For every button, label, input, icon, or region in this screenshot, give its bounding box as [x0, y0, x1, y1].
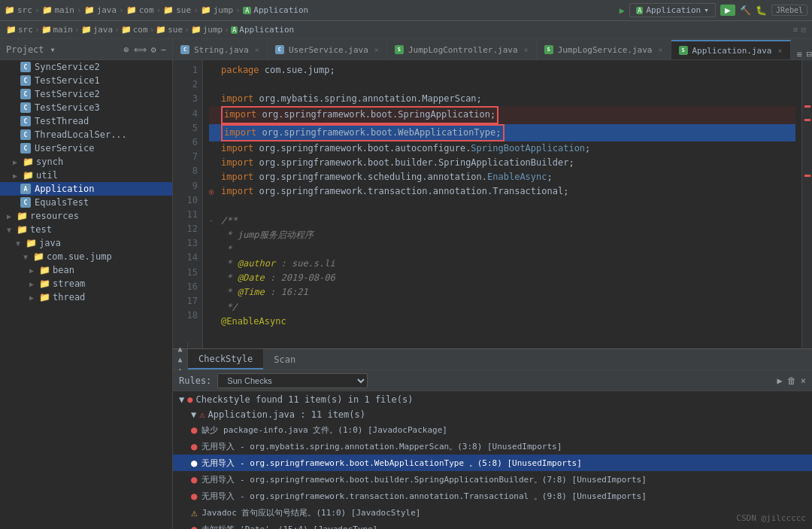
tab-string-label: String.java: [194, 45, 249, 55]
resources-label: resources: [30, 211, 79, 221]
tree-item-equalstest[interactable]: C EqualsTest: [0, 196, 172, 209]
tab-controller-close-icon[interactable]: ×: [524, 46, 529, 54]
code-line-15: * @Date : 2019-08-06: [209, 271, 795, 285]
tree-item-testservice3[interactable]: C TestService3: [0, 101, 172, 114]
tab-string-close-icon[interactable]: ×: [255, 46, 259, 54]
code-line-11: - /**: [209, 214, 795, 228]
tab-jumplogcontroller-java[interactable]: S JumpLogController.java ×: [387, 40, 537, 59]
bottom-left-tool-2[interactable]: ▲: [177, 355, 182, 363]
tree-item-bean[interactable]: ▶ 📁 bean: [0, 263, 172, 277]
gutter-error-4: [804, 105, 810, 108]
tree-item-resources[interactable]: ▶ 📁 resources: [0, 209, 172, 223]
sidebar-filter-icon[interactable]: ⟺: [134, 44, 147, 55]
tree-item-testservice1[interactable]: C TestService1: [0, 74, 172, 87]
checkstyle-clear-icon[interactable]: 🗑: [787, 375, 796, 386]
tab-app-label: Application.java: [692, 46, 772, 56]
code-line-17: */: [209, 300, 795, 315]
code-editor[interactable]: package com.sue.jump; import org.mybatis…: [203, 60, 801, 348]
tab-string-java[interactable]: C String.java ×: [173, 40, 268, 59]
bc-editor-sue-l: sue: [168, 25, 183, 35]
issue-item-1[interactable]: ● 缺少 package-info.java 文件。(1:0) [Javadoc…: [173, 421, 812, 438]
bottom-left-tool-1[interactable]: ▲: [177, 345, 182, 353]
summary-icon: ●: [187, 394, 192, 405]
tree-item-syncservice2[interactable]: C SyncService2: [0, 60, 172, 74]
sidebar-settings-icon[interactable]: ⚙: [151, 44, 156, 55]
sidebar-minimize-icon[interactable]: −: [161, 44, 166, 55]
sidebar: Project ▾ ⊕ ⟺ ⚙ − C SyncService2 C TestS…: [0, 39, 173, 529]
tab-userservice-close-icon[interactable]: ×: [374, 46, 379, 54]
tree-item-thread[interactable]: ▶ 📁 thread: [0, 290, 172, 304]
resources-arrow-icon: ▶: [7, 212, 14, 220]
tab-userservice-java[interactable]: C UserService.java ×: [268, 40, 387, 59]
checkstyle-run-icon[interactable]: ▶: [777, 375, 783, 386]
code-line-10: [209, 199, 795, 214]
sidebar-add-icon[interactable]: ⊕: [123, 44, 129, 55]
debug-icon[interactable]: 🐛: [756, 5, 767, 16]
tree-item-synch[interactable]: ▶ 📁 synch: [0, 155, 172, 169]
rules-select[interactable]: Sun Checks: [217, 373, 368, 388]
issue-item-5[interactable]: ● 无用导入 - org.springframework.transaction…: [173, 488, 812, 504]
tab-jumplogservice-java[interactable]: S JumpLogService.java ×: [537, 40, 671, 59]
tree-item-test[interactable]: ▼ 📁 test: [0, 223, 172, 236]
tree-item-test-java[interactable]: ▼ 📁 java: [0, 236, 172, 250]
issue-item-7[interactable]: ● 未知标签 'Date'。(15:4) [JavadocType]: [173, 521, 812, 529]
tree-item-testthread[interactable]: C TestThread: [0, 114, 172, 128]
summary-expand-icon[interactable]: ▼: [179, 394, 184, 405]
main-layout: Project ▾ ⊕ ⟺ ⚙ − C SyncService2 C TestS…: [0, 39, 812, 529]
sidebar-dropdown-icon[interactable]: ▾: [50, 44, 56, 55]
testthread-label: TestThread: [35, 116, 89, 126]
tab-split-icon[interactable]: ⊟: [807, 49, 812, 59]
code-line-1: package com.sue.jump;: [209, 63, 795, 78]
tab-more-icon[interactable]: ≡: [797, 49, 802, 59]
tree-item-application[interactable]: A Application: [0, 182, 172, 196]
threadlocal-label: ThreadLocalSer...: [35, 129, 127, 140]
equalstest-label: EqualsTest: [35, 197, 89, 208]
code-text-12: * jump服务启动程序: [221, 228, 314, 242]
editor-split-icon[interactable]: ⊟: [801, 25, 806, 35]
syncservice2-icon: C: [20, 62, 31, 72]
tree-item-util[interactable]: ▶ 📁 util: [0, 169, 172, 182]
tab-application-java[interactable]: S Application.java ×: [671, 40, 791, 59]
code-line-14: * @author : sue.s.li: [209, 257, 795, 271]
issue-item-2[interactable]: ● 无用导入 - org.mybatis.spring.annotation.M…: [173, 438, 812, 455]
bottom-tab-scan[interactable]: Scan: [263, 349, 306, 369]
tree-item-com-sue-jump[interactable]: ▼ 📁 com.sue.jump: [0, 250, 172, 263]
tree-item-testservice2[interactable]: C TestService2: [0, 87, 172, 101]
util-arrow-icon: ▶: [13, 172, 20, 180]
tab-app-close-icon[interactable]: ×: [777, 47, 782, 55]
editor-tabs: C String.java × C UserService.java × S J…: [173, 39, 812, 60]
file-expand-icon[interactable]: ▼: [191, 409, 196, 420]
code-line-7: import org.springframework.boot.builder.…: [209, 156, 795, 170]
equalstest-icon: C: [20, 197, 31, 208]
checkstyle-close-icon[interactable]: ×: [801, 375, 806, 386]
code-line-16: * @Time : 16:21: [209, 285, 795, 299]
issue-5-text: 无用导入 - org.springframework.transaction.a…: [201, 491, 646, 502]
issue-4-text: 无用导入 - org.springframework.boot.builder.…: [201, 474, 646, 485]
run-button[interactable]: ▶: [720, 5, 735, 16]
tree-item-stream[interactable]: ▶ 📁 stream: [0, 277, 172, 290]
issue-item-4[interactable]: ● 无用导入 - org.springframework.boot.builde…: [173, 471, 812, 488]
build-icon[interactable]: 🔨: [740, 5, 751, 16]
bottom-tabs: ▲ ▲ ▲ CheckStyle Scan: [173, 349, 812, 370]
tab-string-icon: C: [180, 45, 189, 54]
code-text-3: import org.mybatis.spring.annotation.Map…: [221, 92, 482, 106]
issue-item-6[interactable]: ⚠ Javadoc 首句应以句号结尾。(11:0) [JavadocStyle]: [173, 504, 812, 521]
bc-app-icon: A: [243, 7, 251, 14]
issue-list: ▼ ● Checkstyle found 11 item(s) in 1 fil…: [173, 391, 812, 529]
tab-logservice-close-icon[interactable]: ×: [658, 46, 662, 54]
code-text-5: import org.springframework.boot.WebAppli…: [221, 124, 504, 141]
com-sue-jump-arrow-icon: ▼: [23, 253, 31, 261]
util-label: util: [36, 170, 58, 181]
bc-editor-java-l: java: [93, 25, 114, 35]
bottom-tab-checkstyle[interactable]: CheckStyle: [188, 349, 263, 369]
util-folder-icon: 📁: [23, 170, 34, 181]
tree-item-threadlocal[interactable]: C ThreadLocalSer...: [0, 128, 172, 141]
code-text-4: import org.springframework.boot.SpringAp…: [221, 106, 498, 123]
code-text-8: import org.springframework.scheduling.an…: [221, 170, 553, 184]
issue-3-error-icon: ●: [191, 457, 197, 469]
bottom-panel: ▲ ▲ ▲ CheckStyle Scan Rules: Sun Checks …: [173, 348, 812, 529]
issue-3-text: 无用导入 - org.springframework.boot.WebAppli…: [201, 458, 581, 469]
issue-item-3[interactable]: ● 无用导入 - org.springframework.boot.WebApp…: [173, 455, 812, 471]
app-config-dropdown[interactable]: A Application ▾: [629, 3, 716, 17]
tree-item-userservice[interactable]: C UserService: [0, 141, 172, 155]
